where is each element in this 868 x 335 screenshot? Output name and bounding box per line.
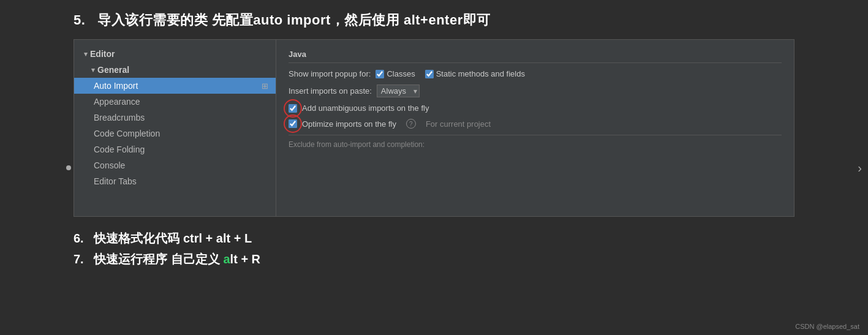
java-section-title: Java — [289, 50, 782, 63]
bottom-instructions: 6. 快速格式化代码 ctrl + alt + L 7. 快速运行程序 自己定义… — [0, 217, 868, 269]
add-unambiguous-row: Add unambiguous imports on the fly — [289, 104, 782, 113]
bottom-instruction-6: 6. 快速格式化代码 ctrl + alt + L — [74, 228, 794, 249]
editor-tabs-label: Editor Tabs — [94, 176, 137, 186]
auto-import-icon: ⊞ — [262, 81, 268, 91]
info-icon: ? — [406, 119, 416, 129]
optimize-imports-checkbox[interactable] — [289, 119, 297, 128]
left-dot — [66, 165, 71, 170]
sidebar-item-appearance[interactable]: Appearance — [74, 94, 276, 110]
static-methods-checkbox-item[interactable]: Static methods and fields — [425, 69, 525, 78]
editor-arrow-icon: ▾ — [84, 50, 88, 58]
optimize-imports-row: Optimize imports on the fly ? For curren… — [289, 119, 782, 129]
for-current-project-label: For current project — [426, 119, 491, 129]
editor-section-label: Editor — [90, 49, 115, 59]
general-section-label: General — [97, 65, 129, 75]
classes-label: Classes — [387, 69, 415, 78]
exclude-row: Exclude from auto-import and completion: — [289, 135, 782, 149]
instruction-6-number: 6. — [74, 231, 84, 245]
classes-checkbox-item[interactable]: Classes — [376, 69, 415, 78]
show-import-label: Show import popup for: — [289, 69, 371, 78]
sidebar-item-code-completion[interactable]: Code Completion — [74, 126, 276, 141]
sidebar-item-auto-import[interactable]: Auto Import ⊞ — [74, 78, 276, 94]
sidebar-item-editor-tabs[interactable]: Editor Tabs — [74, 173, 276, 189]
optimize-imports-label: Optimize imports on the fly — [302, 119, 396, 129]
show-import-row: Show import popup for: Classes Static me… — [289, 69, 782, 78]
sidebar: ▾ Editor ▾ General Auto Import ⊞ Appeara… — [74, 40, 276, 216]
optimize-imports-checkbox-highlight — [289, 119, 297, 128]
insert-imports-label: Insert imports on paste: — [289, 86, 372, 96]
instruction-number: 5. — [74, 12, 85, 28]
code-folding-label: Code Folding — [94, 145, 145, 154]
general-arrow-icon: ▾ — [91, 66, 95, 74]
sidebar-item-code-folding[interactable]: Code Folding — [74, 141, 276, 157]
add-unambiguous-checkbox[interactable] — [289, 104, 297, 113]
appearance-label: Appearance — [94, 97, 140, 107]
breadcrumbs-label: Breadcrumbs — [94, 113, 145, 122]
insert-imports-select[interactable]: Always Ask Never — [377, 85, 420, 97]
instruction-7-text: 快速运行程序 自己定义 — [94, 252, 223, 266]
page-wrapper: 5. 导入该行需要的类 先配置auto import，然后使用 alt+ente… — [0, 0, 868, 335]
instruction-7-text-after: lt + R — [230, 252, 260, 266]
top-instruction: 5. 导入该行需要的类 先配置auto import，然后使用 alt+ente… — [0, 0, 868, 39]
instruction-6-text: 快速格式化代码 ctrl + alt + L — [94, 231, 252, 245]
bottom-instruction-7: 7. 快速运行程序 自己定义 alt + R — [74, 249, 794, 269]
insert-imports-row: Insert imports on paste: Always Ask Neve… — [289, 85, 782, 97]
add-unambiguous-checkbox-highlight — [289, 104, 297, 113]
sidebar-editor-section[interactable]: ▾ Editor — [74, 46, 276, 62]
right-arrow-icon: › — [858, 160, 862, 175]
csdn-watermark: CSDN @elapsed_sat — [795, 323, 859, 330]
code-completion-label: Code Completion — [94, 129, 160, 138]
cursor-char: a — [223, 252, 230, 266]
sidebar-item-breadcrumbs[interactable]: Breadcrumbs — [74, 110, 276, 126]
console-label: Console — [94, 160, 125, 170]
content-panel: Java Show import popup for: Classes Stat… — [276, 40, 794, 216]
sidebar-item-console[interactable]: Console — [74, 157, 276, 173]
static-methods-checkbox[interactable] — [425, 70, 434, 78]
instruction-7-number: 7. — [74, 252, 84, 266]
auto-import-label: Auto Import — [94, 81, 138, 91]
exclude-label: Exclude from auto-import and completion: — [289, 140, 425, 149]
instruction-text: 导入该行需要的类 先配置auto import，然后使用 alt+enter即可 — [97, 12, 491, 28]
insert-imports-select-wrapper[interactable]: Always Ask Never — [377, 85, 420, 97]
add-unambiguous-label: Add unambiguous imports on the fly — [302, 104, 429, 113]
checkbox-group-imports: Classes Static methods and fields — [376, 69, 525, 78]
dialog-area: ▾ Editor ▾ General Auto Import ⊞ Appeara… — [74, 39, 794, 217]
classes-checkbox[interactable] — [376, 70, 384, 78]
sidebar-general-section[interactable]: ▾ General — [74, 62, 276, 78]
static-methods-label: Static methods and fields — [436, 69, 525, 78]
